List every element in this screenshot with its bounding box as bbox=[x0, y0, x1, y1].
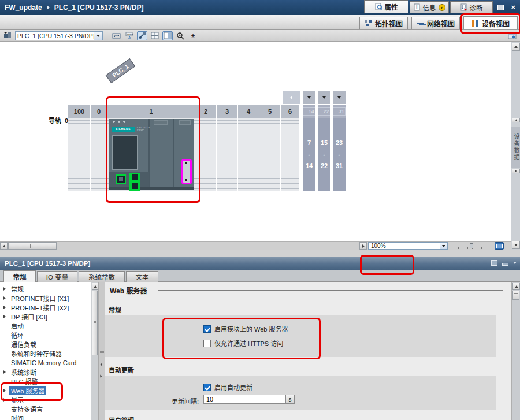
slot-header-3[interactable]: 3 bbox=[217, 105, 238, 118]
expand-column-button[interactable] bbox=[333, 91, 346, 104]
nav-tab-system-constants[interactable]: 系统常数 bbox=[79, 271, 125, 282]
breadcrumb-project[interactable]: FW_update bbox=[5, 3, 42, 12]
nav-tab-texts[interactable]: 文本 bbox=[126, 271, 158, 282]
expand-slots-button[interactable] bbox=[283, 91, 300, 104]
rename-icon[interactable]: NAME bbox=[124, 31, 135, 40]
tree-item-13[interactable]: 支持多语言 bbox=[0, 404, 91, 414]
content-scroll-thumb[interactable] bbox=[512, 291, 519, 300]
cpu-module[interactable]: SIEMENS CPU 1517-3 PN/DP bbox=[109, 119, 194, 190]
tree-item-1[interactable]: PROFINET接口 [X1] bbox=[0, 293, 91, 303]
profinet-port-x2[interactable] bbox=[129, 173, 140, 191]
tree-scrollbar[interactable] bbox=[91, 282, 98, 420]
slot-0[interactable] bbox=[91, 118, 107, 191]
enable-autoupdate-checkbox[interactable] bbox=[203, 384, 211, 391]
hscroll-thumb[interactable] bbox=[8, 242, 57, 250]
dp-port-x3[interactable] bbox=[181, 159, 192, 184]
measure-icon[interactable] bbox=[112, 31, 122, 40]
scroll-left-icon[interactable] bbox=[0, 242, 8, 250]
device-view-canvas[interactable]: PLC_1 导轨_0 1000123456 SIEMENS CPU 1517-3… bbox=[0, 42, 511, 241]
tree-item-14[interactable]: 时间 bbox=[0, 414, 91, 420]
scroll-down-icon[interactable] bbox=[512, 241, 520, 249]
https-only-checkbox[interactable] bbox=[203, 340, 211, 347]
tree-item-4[interactable]: 启动 bbox=[0, 321, 91, 330]
collapsed-slot-range[interactable]: 7-14 bbox=[303, 118, 315, 191]
slot-4[interactable] bbox=[238, 118, 259, 191]
zoom-icon[interactable] bbox=[175, 31, 185, 40]
slot-header-4[interactable]: 4 bbox=[238, 105, 259, 118]
tree-item-11[interactable]: Web 服务器 bbox=[0, 386, 91, 395]
maximize-icon[interactable] bbox=[497, 5, 504, 10]
tree-scroll-thumb[interactable] bbox=[92, 291, 98, 355]
float-pane-icon[interactable] bbox=[491, 260, 497, 266]
zoom-level-dropdown[interactable] bbox=[440, 243, 447, 249]
collapsed-slot-range[interactable]: 15-22 bbox=[318, 118, 330, 191]
slot-header-6[interactable]: 6 bbox=[281, 105, 300, 118]
slot-100[interactable] bbox=[68, 118, 91, 191]
pane-menu-icon[interactable] bbox=[513, 262, 517, 264]
tree-item-3[interactable]: DP 接口 [X3] bbox=[0, 312, 91, 321]
collapsed-slot-range[interactable]: 23-31 bbox=[333, 118, 346, 191]
pane-collapse-icon[interactable] bbox=[512, 118, 520, 122]
device-tag[interactable]: PLC_1 bbox=[106, 58, 136, 83]
checkbox-row: 启用模块上的 Web 服务器 bbox=[203, 324, 288, 333]
pane-splitter[interactable] bbox=[98, 282, 105, 420]
tree-item-12[interactable]: 显示 bbox=[0, 395, 91, 404]
collapse-pane-icon[interactable] bbox=[502, 263, 508, 266]
split-pane-icon[interactable] bbox=[162, 31, 173, 40]
zoom-slider-thumb[interactable] bbox=[470, 243, 473, 248]
device-select-dropdown[interactable] bbox=[94, 32, 102, 40]
slot-6[interactable] bbox=[281, 118, 300, 191]
tree-item-6[interactable]: 通信负载 bbox=[0, 340, 91, 349]
slot-2[interactable] bbox=[195, 118, 217, 191]
profinet-port-x1[interactable] bbox=[116, 174, 126, 184]
slot-header-5[interactable]: 5 bbox=[259, 105, 281, 118]
slot-header-100[interactable]: 100 bbox=[68, 105, 91, 118]
tree-item-9[interactable]: 系统诊断 bbox=[0, 367, 91, 377]
nav-tab-general[interactable]: 常规 bbox=[3, 270, 36, 282]
zoom-plusminus-icon[interactable]: ± bbox=[188, 31, 198, 40]
view-tab-topology[interactable]: 拓扑视图 bbox=[359, 17, 408, 29]
pane-expand-icon[interactable] bbox=[512, 169, 520, 173]
tree-scroll-up-icon[interactable] bbox=[92, 283, 98, 290]
close-icon[interactable]: × bbox=[511, 5, 515, 10]
device-data-side-tab[interactable]: 设备数据 bbox=[511, 127, 520, 168]
expand-column-button[interactable] bbox=[303, 91, 315, 104]
update-interval-input[interactable] bbox=[204, 395, 285, 403]
slot-header-1[interactable]: 1 bbox=[107, 105, 195, 118]
tree-item-8[interactable]: SIMATIC Memory Card bbox=[0, 358, 91, 367]
overview-window-icon[interactable] bbox=[507, 31, 518, 40]
content-scroll-up-icon[interactable] bbox=[512, 283, 520, 290]
enable-web-server-checkbox[interactable] bbox=[203, 325, 211, 333]
fit-to-view-icon[interactable] bbox=[495, 242, 504, 250]
slot-5[interactable] bbox=[259, 118, 281, 191]
grid-view-icon[interactable] bbox=[150, 31, 160, 40]
splitter-right-icon[interactable] bbox=[100, 375, 102, 378]
splitter-left-icon[interactable] bbox=[100, 363, 102, 366]
expand-column-button[interactable] bbox=[318, 91, 330, 104]
breadcrumb-target[interactable]: PLC_1 [CPU 1517-3 PN/DP] bbox=[54, 3, 144, 12]
tree-item-0[interactable]: 常规 bbox=[0, 284, 91, 293]
change-device-icon[interactable] bbox=[2, 31, 13, 40]
zoom-level-select[interactable]: 100% bbox=[368, 242, 448, 250]
view-tab-device[interactable]: 设备视图 bbox=[463, 16, 518, 29]
cable-names-icon[interactable] bbox=[137, 31, 147, 40]
tree-item-5[interactable]: 循环 bbox=[0, 330, 91, 340]
tab-diagnostics[interactable]: 诊断 bbox=[450, 1, 493, 13]
update-interval-unit[interactable]: s bbox=[285, 395, 294, 403]
content-scrollbar[interactable] bbox=[511, 282, 520, 420]
tree-item-2[interactable]: PROFINET接口 [X2] bbox=[0, 303, 91, 312]
scroll-up-icon[interactable] bbox=[512, 43, 520, 51]
tree-item-7[interactable]: 系统和时钟存储器 bbox=[0, 349, 91, 358]
tab-info[interactable]: i 信息 i bbox=[410, 1, 449, 13]
slot-header-2[interactable]: 2 bbox=[195, 105, 217, 118]
tree-item-10[interactable]: PLC 报警 bbox=[0, 377, 91, 386]
zoom-slider[interactable] bbox=[454, 243, 489, 249]
scroll-right-icon[interactable] bbox=[359, 242, 367, 250]
nav-tab-io-tags[interactable]: IO 变量 bbox=[37, 271, 77, 282]
tab-properties[interactable]: 属性 bbox=[364, 0, 408, 13]
splitter-grip-icon[interactable] bbox=[100, 351, 104, 355]
slot-3[interactable] bbox=[217, 118, 238, 191]
view-tab-network[interactable]: 网络视图 bbox=[411, 17, 460, 29]
slot-header-0[interactable]: 0 bbox=[91, 105, 107, 118]
device-select[interactable]: PLC_1 [CPU 1517-3 PN/DP] bbox=[15, 31, 103, 40]
